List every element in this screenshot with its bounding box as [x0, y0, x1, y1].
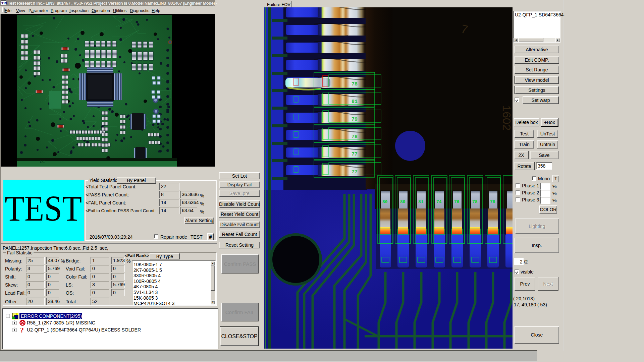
svg-text:?: ? — [20, 326, 24, 334]
svg-text:U2-QFP_1 (SD64F3664-QFP64/U) E: U2-QFP_1 (SD64F3664-QFP64/U) EXCESS SOLD… — [27, 327, 141, 333]
svg-text:81: 81 — [352, 99, 358, 105]
svg-text:78: 78 — [490, 199, 495, 204]
svg-text:81: 81 — [418, 199, 424, 204]
svg-text:78: 78 — [352, 134, 358, 140]
svg-text:80: 80 — [382, 199, 388, 204]
svg-text:79: 79 — [352, 117, 358, 122]
svg-text:74: 74 — [436, 199, 442, 204]
svg-text:80: 80 — [400, 199, 406, 204]
svg-text:78: 78 — [352, 81, 358, 87]
svg-text:76: 76 — [454, 199, 460, 204]
svg-text:77: 77 — [352, 169, 358, 175]
svg-text:ERROR COMPONENT(2/95): ERROR COMPONENT(2/95) — [21, 313, 82, 319]
svg-text:78: 78 — [472, 199, 478, 204]
svg-text:R58_1 (2K7-0805-1/R) MISSING: R58_1 (2K7-0805-1/R) MISSING — [27, 320, 96, 325]
svg-text:1602: 1602 — [500, 105, 513, 131]
svg-text:77: 77 — [352, 152, 358, 157]
svg-text:LC: LC — [40, 159, 45, 164]
